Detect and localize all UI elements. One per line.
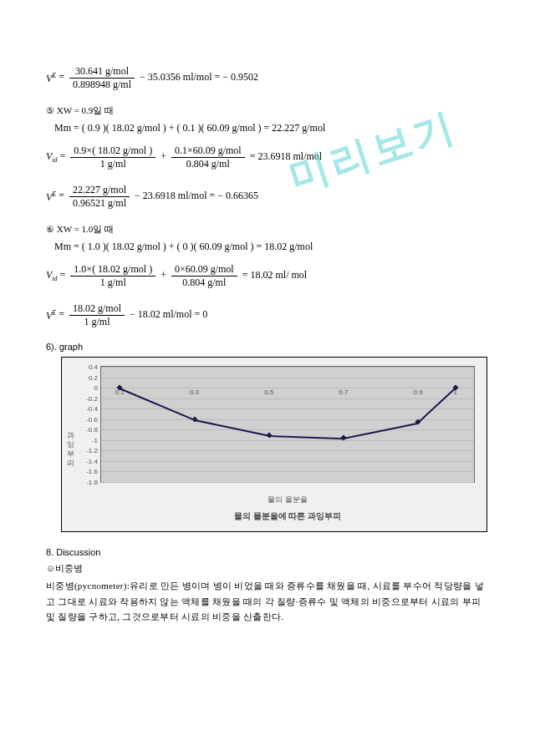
chart-gridline	[101, 367, 474, 368]
chart-y-tick: -1	[92, 436, 101, 444]
chart-line-segment	[344, 422, 418, 439]
chart-y-tick: 0.4	[89, 363, 101, 371]
equation-mm-5: Mm = ( 0.9 )( 18.02 g/mol ) + ( 0.1 )( 6…	[54, 122, 489, 134]
graph-section-label: 6). graph	[46, 342, 489, 352]
chart-line-segment	[120, 388, 195, 420]
chart-title: 물의 몰분율에 따른 과잉부피	[100, 510, 475, 522]
chart-plot-area: 0.40.20-0.2-0.4-0.6-0.8-1-1.2-1.4-1.6-1.…	[100, 366, 475, 483]
discussion-heading: 8. Discussion	[46, 547, 489, 557]
chart-x-tick: 0.9	[414, 388, 423, 396]
chart-gridline	[101, 378, 474, 378]
equation-ve-4: VE = 30.641 g/mol0.898948 g/ml − 35.0356…	[46, 65, 489, 91]
chart-y-tick: -0.6	[86, 415, 101, 423]
equation-mm-6: Mm = ( 1.0 )( 18.02 g/mol ) + ( 0 )( 60.…	[54, 241, 489, 253]
chart-x-tick: 0.3	[190, 388, 199, 396]
chart-y-tick: -0.2	[86, 394, 101, 402]
discussion-subheading: ☺비중병	[46, 562, 489, 575]
chart-y-axis-label: 과잉부피	[65, 426, 76, 463]
excess-volume-chart: 과잉부피 0.40.20-0.2-0.4-0.6-0.8-1-1.2-1.4-1…	[61, 357, 487, 532]
chart-y-tick: -1.4	[86, 457, 101, 464]
chart-y-tick: -0.8	[86, 426, 101, 434]
chart-y-tick: -1.2	[86, 447, 101, 454]
chart-y-tick: -0.4	[86, 405, 101, 413]
chart-x-tick: 0.7	[339, 388, 348, 396]
equation-ve-6: VE = 18.02 g/mol1 g/ml − 18.02 ml/mol = …	[46, 302, 489, 328]
chart-gridline	[101, 429, 474, 430]
chart-gridline	[101, 471, 474, 472]
chart-gridline	[101, 450, 474, 451]
chart-x-axis-label: 물의 몰분율	[100, 495, 475, 505]
chart-y-tick: -1.8	[86, 479, 101, 486]
equation-vid-6: Vid = 1.0×( 18.02 g/mol )1 g/ml + 0×60.0…	[46, 263, 489, 289]
chart-gridline	[101, 482, 474, 483]
chart-x-tick: 0.5	[264, 388, 273, 396]
chart-gridline	[101, 398, 474, 399]
chart-line-segment	[418, 388, 456, 423]
chart-y-tick: 0.2	[89, 373, 101, 381]
equation-ve-5: VE = 22.227 g/mol0.96521 g/ml − 23.6918 …	[46, 184, 489, 210]
case-6-condition: ⑥ XW = 1.0일 때	[46, 223, 489, 236]
chart-gridline	[101, 408, 474, 409]
case-5-condition: ⑤ XW = 0.9일 때	[46, 104, 489, 117]
discussion-body: 비중병(pycnometer):유리로 만든 병이며 병이 비었을 때와 증류수…	[46, 578, 489, 625]
chart-y-tick: 0	[94, 384, 101, 392]
chart-line-segment	[269, 435, 344, 439]
chart-gridline	[101, 440, 474, 441]
chart-y-tick: -1.6	[86, 468, 101, 475]
equation-vid-5: Vid = 0.9×( 18.02 g/mol )1 g/ml + 0.1×60…	[46, 145, 489, 170]
chart-line-segment	[194, 419, 269, 436]
chart-gridline	[101, 461, 474, 462]
